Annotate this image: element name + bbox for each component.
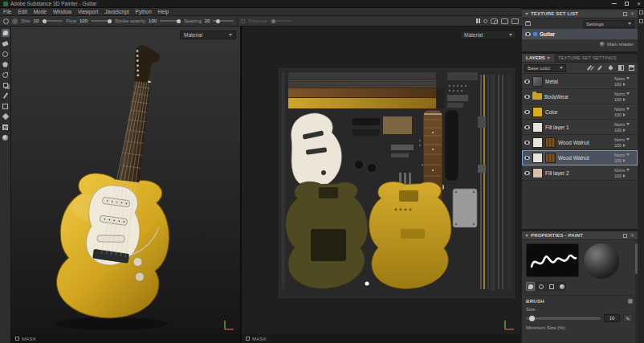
visibility-eye-icon[interactable]	[524, 171, 530, 175]
layer-row-color[interactable]: Color Norm 100	[522, 104, 638, 120]
grid-icon[interactable]: ▦	[627, 298, 633, 304]
tab-layers[interactable]: LAYERS	[522, 54, 554, 62]
blend-mode-dropdown[interactable]: Norm	[614, 168, 636, 173]
layer-opacity[interactable]: 100	[614, 143, 636, 148]
close-icon[interactable]: ✕	[630, 233, 634, 238]
distance-slider[interactable]	[271, 20, 291, 22]
texture-set-list-header[interactable]: TEXTURE SET LIST ✕	[522, 10, 638, 18]
camera-icon[interactable]	[491, 18, 498, 24]
pencil-icon[interactable]: ✎	[623, 314, 633, 322]
pause-engine-icon[interactable]	[476, 18, 480, 23]
texture-set-row-guitar[interactable]: Guitar	[522, 29, 638, 39]
material-tab-icon[interactable]	[557, 282, 566, 291]
blend-mode-dropdown[interactable]: Norm	[614, 137, 636, 142]
quick-mask-icon[interactable]	[2, 102, 10, 110]
menu-edit[interactable]: Edit	[14, 9, 30, 14]
layer-row-metal[interactable]: Metal Norm 100	[522, 74, 638, 89]
settings-dropdown[interactable]: Settings	[583, 20, 634, 28]
menu-javascript[interactable]: JavaScript	[101, 9, 132, 14]
monitor-icon[interactable]	[512, 18, 519, 24]
path-tool-icon[interactable]	[2, 112, 10, 120]
collapse-icon[interactable]	[525, 13, 528, 15]
stencil-tab-icon[interactable]	[547, 282, 556, 291]
visibility-eye-icon[interactable]	[524, 80, 530, 84]
grid-display-icon[interactable]	[2, 123, 10, 131]
projection-tool-icon[interactable]	[2, 50, 10, 58]
layer-opacity[interactable]: 100	[614, 174, 636, 178]
collapse-icon[interactable]	[525, 235, 528, 237]
maximize-icon[interactable]	[625, 2, 629, 6]
stroke-opacity-slider[interactable]	[160, 20, 181, 22]
dock-panel-icon[interactable]	[623, 12, 627, 16]
material-picker-tool-icon[interactable]	[2, 92, 10, 100]
flow-slider[interactable]	[91, 20, 112, 22]
visibility-eye-icon[interactable]	[524, 95, 530, 99]
channel-filter-dropdown[interactable]: Base color	[524, 64, 566, 72]
dock-panel-icon[interactable]	[639, 10, 643, 14]
layer-opacity[interactable]: 100	[614, 128, 636, 133]
distance-checkbox[interactable]	[241, 19, 245, 23]
viewport-2d-uv[interactable]: Material MASK	[242, 27, 520, 343]
layer-row-bodywear[interactable]: BodyWear Norm 100	[522, 89, 638, 104]
menu-file[interactable]: File	[0, 9, 14, 14]
add-group-icon[interactable]	[627, 64, 635, 72]
alpha-preview-icon[interactable]	[12, 18, 18, 24]
visibility-eye-icon[interactable]	[524, 156, 530, 160]
layer-opacity[interactable]: 100	[614, 112, 636, 117]
record-icon[interactable]	[483, 19, 487, 23]
add-effect-icon[interactable]	[585, 64, 593, 72]
menu-window[interactable]: Window	[50, 9, 75, 14]
layer-row-fill-layer-2[interactable]: Fill layer 2 Norm 100	[522, 165, 638, 181]
close-icon[interactable]: ✕	[630, 11, 634, 16]
spacing-slider[interactable]	[213, 20, 234, 22]
alpha-tab-icon[interactable]	[536, 282, 545, 291]
shader-row[interactable]: Main shader	[522, 39, 638, 49]
menu-python[interactable]: Python	[132, 9, 155, 14]
clone-tool-icon[interactable]	[2, 81, 10, 89]
brush-preview-icon[interactable]	[3, 18, 9, 24]
brush-stroke-preview[interactable]	[526, 243, 579, 277]
mask-checkbox[interactable]	[15, 337, 19, 341]
blend-mode-dropdown[interactable]: Norm	[614, 76, 636, 81]
mask-checkbox[interactable]	[246, 337, 250, 341]
blend-mode-dropdown[interactable]: Norm	[614, 122, 636, 127]
blend-mode-dropdown[interactable]: Norm	[614, 153, 636, 157]
smudge-tool-icon[interactable]	[2, 71, 10, 79]
size-slider[interactable]	[42, 20, 63, 22]
visibility-eye-icon[interactable]	[524, 110, 530, 114]
tab-texture-set-settings[interactable]: TEXTURE SET SETTINGS	[554, 54, 621, 62]
visibility-eye-icon[interactable]	[524, 125, 530, 129]
dock-panel-icon[interactable]	[639, 19, 643, 23]
display-settings-icon[interactable]	[501, 18, 508, 24]
brush-section-header[interactable]: BRUSH ▦	[526, 295, 633, 304]
material-preview-sphere[interactable]	[584, 243, 619, 279]
layer-row-wood-walnut-1[interactable]: Wood Walnut Norm 100	[522, 135, 638, 150]
viewport2d-material-dropdown[interactable]: Material	[460, 31, 516, 39]
add-paint-layer-icon[interactable]	[596, 64, 604, 72]
minimize-icon[interactable]	[612, 3, 617, 4]
layer-opacity[interactable]: 100	[614, 82, 636, 87]
blend-mode-dropdown[interactable]: Norm	[614, 107, 636, 112]
add-mask-icon[interactable]	[617, 64, 625, 72]
close-icon[interactable]: ✕	[637, 2, 641, 6]
menu-help[interactable]: Help	[155, 9, 172, 14]
environment-icon[interactable]	[2, 133, 10, 141]
dock-panel-icon[interactable]	[623, 234, 627, 238]
brush-size-value[interactable]: 10	[604, 314, 620, 322]
menu-mode[interactable]: Mode	[31, 9, 50, 14]
viewport3d-material-dropdown[interactable]: Material	[180, 31, 236, 39]
layer-opacity[interactable]: 100	[614, 158, 636, 163]
brush-size-slider[interactable]	[526, 317, 601, 320]
paint-tool-icon[interactable]	[2, 29, 10, 37]
viewport-3d[interactable]: Material MASK	[11, 27, 242, 343]
properties-header[interactable]: PROPERTIES - PAINT ✕	[522, 231, 638, 240]
visibility-eye-icon[interactable]	[524, 141, 530, 145]
visibility-eye-icon[interactable]	[525, 32, 531, 36]
polygon-fill-tool-icon[interactable]	[2, 60, 10, 68]
blend-mode-dropdown[interactable]: Norm	[614, 92, 636, 96]
menu-viewport[interactable]: Viewport	[75, 9, 101, 14]
brush-tab-icon[interactable]	[526, 282, 535, 291]
layer-row-wood-walnut-2-selected[interactable]: Wood Walnut Norm 100	[522, 150, 638, 165]
layer-row-fill-layer-1[interactable]: Fill layer 1 Norm 100	[522, 120, 638, 135]
add-fill-layer-icon[interactable]	[606, 64, 614, 72]
